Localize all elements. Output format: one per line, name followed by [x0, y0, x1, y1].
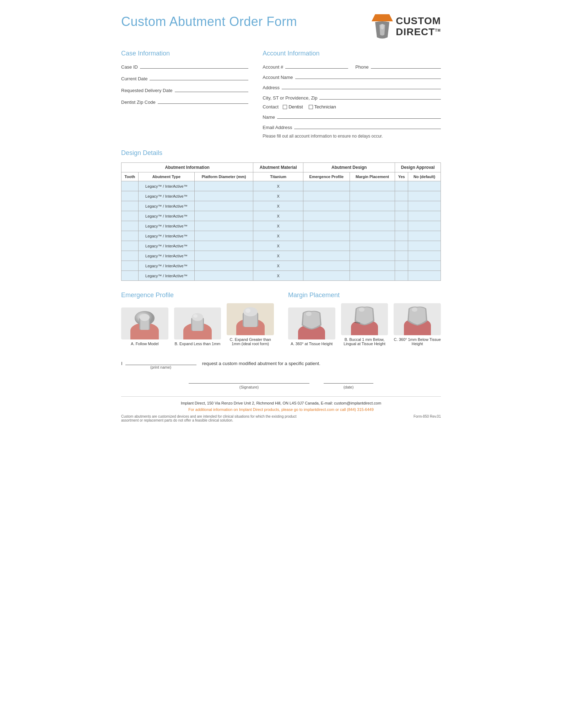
emergence-profile-cell[interactable]	[303, 271, 350, 281]
tooth-cell[interactable]	[121, 261, 139, 271]
mp-360-tissue-img	[288, 307, 335, 339]
emergence-profile-cell[interactable]	[303, 201, 350, 211]
dentist-checkbox-item[interactable]: Dentist	[283, 104, 303, 109]
margin-placement-cell[interactable]	[350, 201, 395, 211]
tooth-cell[interactable]	[121, 271, 139, 281]
date-line[interactable]	[324, 376, 373, 384]
tooth-cell[interactable]	[121, 201, 139, 211]
case-id-line[interactable]	[140, 63, 248, 69]
no-default-cell[interactable]	[408, 261, 441, 271]
yes-cell[interactable]	[395, 231, 408, 241]
name-line[interactable]	[277, 113, 441, 119]
margin-placement-cell[interactable]	[350, 181, 395, 191]
mp-360-1mm-below-img	[394, 303, 441, 335]
emergence-profile-title: Emergence Profile	[121, 291, 274, 299]
yes-cell[interactable]	[395, 271, 408, 281]
dentist-checkbox[interactable]	[283, 105, 287, 109]
yes-cell[interactable]	[395, 251, 408, 261]
no-default-cell[interactable]	[408, 271, 441, 281]
margin-placement-cell[interactable]	[350, 191, 395, 201]
tooth-cell[interactable]	[121, 181, 139, 191]
no-default-cell[interactable]	[408, 221, 441, 231]
yes-cell[interactable]	[395, 221, 408, 231]
technician-checkbox-item[interactable]: Technician	[309, 104, 336, 109]
emergence-profile-cell[interactable]	[303, 231, 350, 241]
yes-cell[interactable]	[395, 191, 408, 201]
account-num-label: Account #	[263, 64, 283, 70]
margin-placement-cell[interactable]	[350, 241, 395, 251]
titanium-cell: X	[253, 211, 303, 221]
platform-diameter-cell[interactable]	[194, 221, 253, 231]
platform-diameter-cell[interactable]	[194, 231, 253, 241]
no-default-cell[interactable]	[408, 191, 441, 201]
no-default-cell[interactable]	[408, 181, 441, 191]
margin-placement-cell[interactable]	[350, 221, 395, 231]
platform-diameter-header: Platform Diameter (mm)	[194, 172, 253, 181]
print-name-sublabel: (print name)	[125, 365, 196, 369]
footer-disclaimer: Custom abutments are customized devices …	[121, 414, 299, 422]
emergence-profile-cell[interactable]	[303, 241, 350, 251]
current-date-line[interactable]	[150, 75, 248, 80]
tooth-cell[interactable]	[121, 191, 139, 201]
platform-diameter-cell[interactable]	[194, 251, 253, 261]
signature-line[interactable]	[189, 376, 309, 384]
mp-buccal-1mm-img	[341, 303, 388, 335]
delivery-date-line[interactable]	[175, 86, 249, 92]
platform-diameter-cell[interactable]	[194, 201, 253, 211]
no-default-cell[interactable]	[408, 201, 441, 211]
platform-diameter-cell[interactable]	[194, 191, 253, 201]
dentist-zip-line[interactable]	[158, 98, 249, 104]
address-line[interactable]	[282, 84, 441, 89]
emergence-profile-cell[interactable]	[303, 251, 350, 261]
platform-diameter-cell[interactable]	[194, 181, 253, 191]
svg-point-8	[140, 314, 150, 321]
dentist-zip-label: Dentist Zip Code	[121, 100, 156, 105]
no-default-cell[interactable]	[408, 251, 441, 261]
margin-placement-cell[interactable]	[350, 261, 395, 271]
emergence-profile-cell[interactable]	[303, 191, 350, 201]
account-name-line[interactable]	[295, 73, 441, 79]
platform-diameter-cell[interactable]	[194, 241, 253, 251]
emergence-profile-cell[interactable]	[303, 221, 350, 231]
city-line[interactable]	[319, 94, 441, 100]
emergence-profile-cell[interactable]	[303, 211, 350, 221]
tooth-cell[interactable]	[121, 241, 139, 251]
margin-placement-cell[interactable]	[350, 271, 395, 281]
emergence-profile-cell[interactable]	[303, 181, 350, 191]
account-name-label: Account Name	[263, 75, 293, 80]
margin-placement-cell[interactable]	[350, 231, 395, 241]
yes-cell[interactable]	[395, 261, 408, 271]
tooth-cell[interactable]	[121, 251, 139, 261]
emergence-profile-cell[interactable]	[303, 261, 350, 271]
platform-diameter-cell[interactable]	[194, 211, 253, 221]
contact-checkbox-group: Dentist Technician	[283, 104, 336, 109]
case-id-label: Case ID	[121, 64, 138, 70]
abutment-type-cell: Legacy™ / InterActive™	[138, 251, 194, 261]
mp-buccal-1mm: B. Buccal 1 mm Below, Lingual at Tissue …	[341, 303, 388, 346]
tooth-cell[interactable]	[121, 231, 139, 241]
name-field: Name	[263, 113, 441, 120]
yes-cell[interactable]	[395, 201, 408, 211]
print-name-line[interactable]	[125, 359, 196, 365]
yes-cell[interactable]	[395, 211, 408, 221]
technician-checkbox[interactable]	[309, 105, 313, 109]
no-default-cell[interactable]	[408, 241, 441, 251]
svg-point-20	[245, 309, 250, 313]
tooth-cell[interactable]	[121, 211, 139, 221]
phone-line[interactable]	[371, 63, 441, 69]
footer-link[interactable]: For additional information on Implant Di…	[121, 407, 441, 412]
no-default-cell[interactable]	[408, 231, 441, 241]
margin-placement-cell[interactable]	[350, 251, 395, 261]
logo: CUSTOM DIRECTTM	[372, 14, 441, 39]
svg-point-13	[192, 313, 203, 321]
no-default-cell[interactable]	[408, 211, 441, 221]
footer-bottom: Custom abutments are customized devices …	[121, 414, 441, 422]
tooth-cell[interactable]	[121, 221, 139, 231]
platform-diameter-cell[interactable]	[194, 271, 253, 281]
email-line[interactable]	[294, 123, 441, 129]
yes-cell[interactable]	[395, 241, 408, 251]
platform-diameter-cell[interactable]	[194, 261, 253, 271]
account-num-line[interactable]	[285, 63, 348, 69]
margin-placement-cell[interactable]	[350, 211, 395, 221]
yes-cell[interactable]	[395, 181, 408, 191]
